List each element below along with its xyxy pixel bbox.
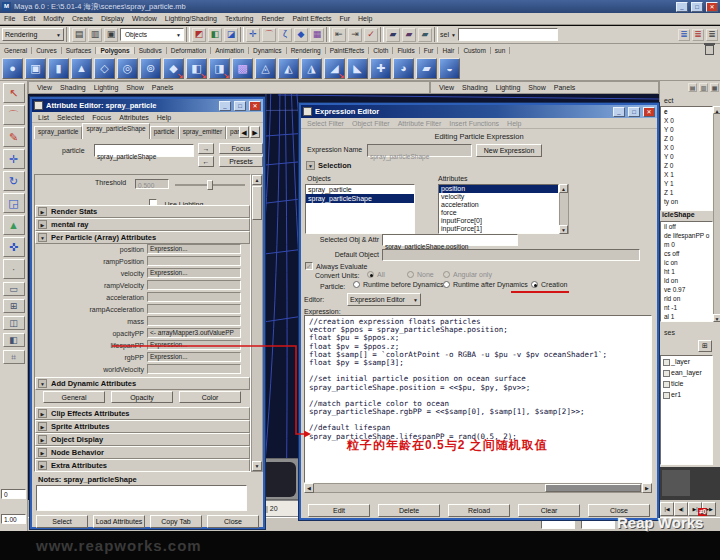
- channel-row[interactable]: ld on: [661, 276, 712, 285]
- rotate-tool-icon[interactable]: ↻: [3, 171, 25, 191]
- status-icon[interactable]: [326, 27, 330, 42]
- channel-row[interactable]: Z 0: [661, 134, 712, 143]
- attribute-tab[interactable]: spray_emitter: [179, 126, 226, 139]
- menu-item[interactable]: Render: [257, 15, 288, 22]
- channel-row[interactable]: X 0: [661, 143, 712, 152]
- chevron-down-icon[interactable]: ▼: [451, 32, 456, 38]
- collapsed-section[interactable]: ▶ Extra Attributes: [35, 459, 250, 472]
- expression-editor-button[interactable]: Edit: [308, 504, 370, 517]
- panel-menu-item[interactable]: Show: [524, 84, 550, 91]
- channel-row[interactable]: ve 0.97: [661, 285, 712, 294]
- expand-icon[interactable]: ▶: [38, 422, 47, 431]
- layer-item[interactable]: er1: [661, 389, 712, 400]
- paint-select-tool-icon[interactable]: ✎: [3, 127, 25, 147]
- panel-menu-item[interactable]: Lighting: [90, 84, 123, 91]
- tab-scroll-right-icon[interactable]: ▶: [250, 126, 260, 138]
- poly-crease-icon[interactable]: ◒: [439, 58, 460, 79]
- close-button[interactable]: ✕: [643, 107, 655, 117]
- panel-menu-item[interactable]: Panels: [550, 84, 579, 91]
- channel-row[interactable]: X 1: [661, 170, 712, 179]
- channel-box-scrollbar[interactable]: ▲ ▼: [713, 106, 720, 322]
- toggle-tool-settings-icon[interactable]: ▥: [699, 83, 708, 92]
- layout-outliner-icon[interactable]: ◧: [3, 333, 25, 347]
- selection-section-header[interactable]: ▼ Selection: [304, 161, 351, 170]
- slider-handle[interactable]: [207, 180, 213, 190]
- menu-item[interactable]: Insert Functions: [445, 120, 503, 127]
- menu-item[interactable]: Attributes: [115, 114, 153, 121]
- channel-row[interactable]: Y 0: [661, 152, 712, 161]
- tab-scroll-left-icon[interactable]: ◀: [239, 126, 249, 138]
- new-layer-icon[interactable]: ⊞: [698, 340, 712, 352]
- scroll-up-icon[interactable]: ▲: [252, 175, 262, 185]
- panel-menu-item[interactable]: Lighting: [492, 84, 525, 91]
- object-list-item[interactable]: spray_particle: [306, 185, 414, 194]
- menu-item[interactable]: Help: [354, 15, 376, 22]
- poly-cleanup-icon[interactable]: ◮: [301, 58, 322, 79]
- channel-row[interactable]: al 1: [661, 312, 712, 321]
- shelf-tab[interactable]: PaintEffects: [326, 47, 370, 54]
- scrollbar-thumb[interactable]: [545, 484, 641, 492]
- selected-attr-field[interactable]: spray_particleShape.position: [382, 234, 518, 246]
- show-channel-box-icon[interactable]: ≣: [706, 29, 718, 41]
- scale-tool-icon[interactable]: ◲: [3, 193, 25, 213]
- soft-mod-tool-icon[interactable]: ▲: [3, 215, 25, 235]
- scroll-right-icon[interactable]: ▶: [642, 483, 652, 493]
- attribute-field[interactable]: [147, 316, 241, 326]
- particle-mode-option[interactable]: Runtime after Dynamics: [443, 281, 528, 288]
- status-icon[interactable]: [380, 27, 384, 42]
- layout-single-pane-icon[interactable]: ▭: [3, 282, 25, 296]
- menu-item[interactable]: Selected: [53, 114, 88, 121]
- scroll-up-icon[interactable]: ▲: [713, 106, 720, 114]
- menu-item[interactable]: Create: [68, 15, 97, 22]
- panel-menu-item[interactable]: Show: [122, 84, 148, 91]
- poly-uv-texture-icon[interactable]: ▩: [232, 58, 253, 79]
- menu-item[interactable]: Object Filter: [348, 120, 394, 127]
- minimize-button[interactable]: _: [676, 2, 688, 12]
- layout-two-pane-icon[interactable]: ◫: [3, 316, 25, 330]
- attribute-tab[interactable]: particle: [150, 126, 179, 139]
- render-globals-icon[interactable]: ▰: [418, 28, 432, 42]
- attribute-field[interactable]: Expression...: [147, 340, 241, 350]
- expression-editor-button[interactable]: Clear: [518, 504, 580, 517]
- shelf-tab[interactable]: Fluids: [393, 47, 419, 54]
- menu-item[interactable]: Select Filter: [303, 120, 348, 127]
- menu-item[interactable]: Paint Effects: [288, 15, 335, 22]
- poly-cylinder-icon[interactable]: ▮: [48, 58, 69, 79]
- channel-row[interactable]: Y 0: [661, 125, 712, 134]
- channel-row[interactable]: rld on: [661, 294, 712, 303]
- channel-row[interactable]: Z 0: [661, 161, 712, 170]
- make-live-icon[interactable]: ▦: [310, 28, 324, 42]
- panel-menu-item[interactable]: Panels: [148, 84, 177, 91]
- channel-row[interactable]: Y 1: [661, 179, 712, 188]
- attribute-field[interactable]: [147, 292, 241, 302]
- menu-item[interactable]: File: [0, 15, 19, 22]
- panel-menu-item[interactable]: Shading: [458, 84, 492, 91]
- expand-icon[interactable]: ▶: [38, 207, 47, 216]
- last-tool-icon[interactable]: ·: [3, 259, 25, 279]
- lasso-tool-icon[interactable]: ⌒: [3, 105, 25, 125]
- collapsed-section[interactable]: ▶ Object Display: [35, 433, 250, 446]
- trash-icon[interactable]: [705, 45, 714, 55]
- poly-triangulate-icon[interactable]: ◬: [255, 58, 276, 79]
- shelf-tab[interactable]: Cloth: [369, 47, 393, 54]
- attribute-list-item[interactable]: acceleration: [439, 201, 558, 209]
- menu-item[interactable]: Texturing: [221, 15, 257, 22]
- collapsed-section[interactable]: ▶ mental ray: [35, 218, 250, 231]
- menu-item[interactable]: Attribute Filter: [394, 120, 446, 127]
- shelf-tab[interactable]: Fur: [420, 47, 439, 54]
- maximize-button[interactable]: □: [628, 107, 640, 117]
- attribute-list-item[interactable]: inputForce[1]: [439, 225, 558, 233]
- maximize-button[interactable]: □: [691, 2, 703, 12]
- scroll-down-icon[interactable]: ▼: [713, 314, 720, 322]
- channel-row[interactable]: ht 1: [661, 267, 712, 276]
- node-name-field[interactable]: spray_particleShape: [94, 144, 194, 157]
- show-output-icon[interactable]: ←: [198, 156, 214, 167]
- status-icon[interactable]: [186, 27, 190, 42]
- threshold-field[interactable]: 0.500: [135, 179, 169, 189]
- range-start-field[interactable]: 0: [1, 489, 26, 499]
- shelf-tab[interactable]: General: [0, 47, 32, 54]
- particle-mode-option[interactable]: Runtime before Dynamics: [353, 281, 444, 288]
- channel-row[interactable]: ic on: [661, 258, 712, 267]
- expand-icon[interactable]: ▶: [38, 435, 47, 444]
- attribute-field[interactable]: Expression...: [147, 244, 241, 254]
